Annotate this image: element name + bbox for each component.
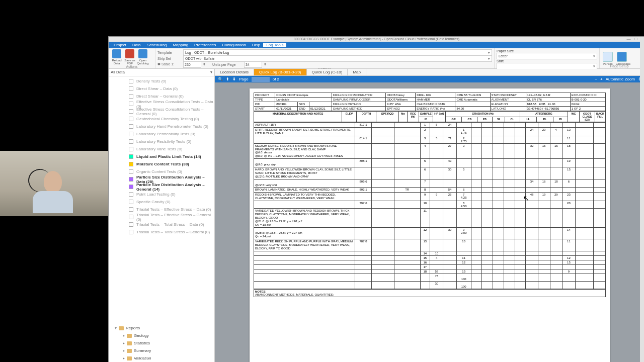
reload-data-button[interactable]: Reload Data bbox=[111, 49, 123, 65]
ribbon-tab[interactable]: Data bbox=[129, 43, 144, 47]
folder-item[interactable]: ▸Geology bbox=[109, 332, 214, 339]
test-tree: Density Tests (0)Direct Shear – Data (0)… bbox=[109, 76, 214, 323]
ribbon-tab[interactable]: Project bbox=[111, 43, 129, 47]
side-panel: All Data Density Tests (0)Direct Shear –… bbox=[109, 69, 215, 362]
min-button[interactable]: — bbox=[626, 37, 630, 42]
ribbon-tab[interactable]: Help bbox=[249, 43, 263, 47]
tree-item[interactable]: Triaxial Tests – Effective Stress – Gene… bbox=[109, 213, 214, 221]
tree-item[interactable]: Laboratory Permeability Tests (0) bbox=[109, 130, 214, 138]
page-down-icon[interactable]: ⬇ bbox=[232, 77, 236, 81]
folder-item[interactable]: ▾Reports bbox=[109, 324, 214, 332]
search-icon[interactable]: 🔍 bbox=[218, 77, 223, 81]
doc-tabs: Location DetailsQuick Log (B-001-0-20)Qu… bbox=[215, 69, 644, 76]
zoom-out-icon[interactable]: − bbox=[595, 77, 597, 81]
units-per-page-input[interactable]: 34 bbox=[244, 61, 262, 68]
tree-item[interactable]: Geotechnical Chemistry Testing (0) bbox=[109, 115, 214, 123]
document-viewport[interactable]: ↖ PROJECTDIGGS ODOT Example DRILLING FIR… bbox=[215, 82, 644, 362]
ribbon: Reload Data Save as PDF Open Quicklog Ac… bbox=[109, 48, 644, 69]
log-header-table: PROJECTDIGGS ODOT Example DRILLING FIRM/… bbox=[254, 93, 606, 111]
stripset-dropdown[interactable]: ODOT with Sulfate bbox=[183, 55, 492, 62]
tree-item[interactable]: Density Tests (0) bbox=[109, 77, 214, 85]
ribbon-tab[interactable]: Log Tools bbox=[263, 43, 286, 47]
tree-item[interactable]: Laboratory Resistivity Tests (0) bbox=[109, 138, 214, 145]
titlebar: 800304: DIGGS ODOT Example [System Admin… bbox=[109, 37, 644, 42]
folder-item[interactable]: ▸Statistics bbox=[109, 339, 214, 347]
log-data-table: ASPHALT (15")817.11524STIFF, REDDISH BRO… bbox=[254, 122, 606, 289]
doc-tab[interactable]: Quick Log (C-10) bbox=[307, 69, 348, 75]
max-button[interactable]: □ bbox=[634, 37, 637, 42]
log-sheet: ↖ PROJECTDIGGS ODOT Example DRILLING FIR… bbox=[250, 88, 610, 362]
ribbon-tab[interactable]: Mapping bbox=[170, 43, 191, 47]
ribbon-tab[interactable]: Preferences bbox=[191, 43, 219, 47]
tree-item[interactable]: Triaxial Tests – Total Stress – Data (0) bbox=[109, 221, 214, 228]
portrait-button[interactable]: Portrait bbox=[602, 52, 614, 65]
tree-item[interactable]: Direct Shear – Data (0) bbox=[109, 85, 214, 93]
landscape-button[interactable]: Landscape bbox=[616, 52, 628, 65]
tree-item[interactable]: Laboratory Vane Tests (0) bbox=[109, 145, 214, 153]
upp-stepper[interactable]: ⇕ bbox=[264, 62, 267, 66]
tree-item[interactable]: Triaxial Tests – Total Stress – General … bbox=[109, 228, 214, 236]
scrollbar[interactable] bbox=[640, 37, 644, 362]
viewer-toolbar: 🔍 ⬆ ⬇ Page of 2 − + Automatic Zoom ⇕ bbox=[215, 76, 644, 82]
zoom-in-icon[interactable]: + bbox=[600, 77, 603, 81]
log-notes: NOTESABANDONMENT METHODS, MATERIALS, QUA… bbox=[254, 289, 606, 297]
main-panel: Location DetailsQuick Log (B-001-0-20)Qu… bbox=[215, 69, 644, 362]
open-quicklog-button[interactable]: Open Quicklog bbox=[137, 49, 149, 65]
page-input[interactable] bbox=[252, 77, 270, 82]
scale-input[interactable]: 230 bbox=[183, 61, 201, 68]
doc-tab[interactable]: Quick Log (B-001-0-20) bbox=[254, 69, 307, 75]
tree-item[interactable]: Point Load Testing (0) bbox=[109, 191, 214, 198]
side-header[interactable]: All Data bbox=[109, 69, 214, 76]
ribbon-tabs: ProjectDataSchedulingMappingPreferencesC… bbox=[109, 42, 644, 48]
ribbon-tab[interactable]: Scheduling bbox=[144, 43, 170, 47]
ribbon-tab[interactable]: Configuration bbox=[219, 43, 249, 47]
save-pdf-button[interactable]: Save as PDF bbox=[124, 49, 136, 65]
report-folders: ▾Reports▸Geology▸Statistics▸Summary▸Vali… bbox=[109, 323, 214, 362]
folder-item[interactable]: ▸Summary bbox=[109, 347, 214, 354]
tree-item[interactable]: Laboratory Hand Penetrometer Tests (0) bbox=[109, 123, 214, 130]
folder-item[interactable]: ▸Validation bbox=[109, 354, 214, 362]
papersize-dropdown[interactable]: Letter bbox=[497, 53, 597, 59]
window-title: 800304: DIGGS ODOT Example [System Admin… bbox=[294, 37, 459, 41]
tree-item[interactable]: Liquid and Plastic Limit Tests (14) bbox=[109, 153, 214, 160]
tree-item[interactable]: Particle Size Distribution Analysis – Ge… bbox=[109, 183, 214, 191]
doc-tab[interactable]: Location Details bbox=[215, 69, 254, 75]
webcam-thumbnail bbox=[0, 151, 108, 216]
doc-tab[interactable]: Map bbox=[348, 69, 366, 75]
scale-stepper[interactable]: ⇕ bbox=[203, 62, 206, 66]
tree-item[interactable]: Moisture Content Tests (38) bbox=[109, 160, 214, 168]
tree-item[interactable]: Effective Stress Consolidation Tests – G… bbox=[109, 108, 214, 115]
app-window: 800304: DIGGS ODOT Example [System Admin… bbox=[108, 36, 644, 362]
tree-item[interactable]: Specific Gravity (0) bbox=[109, 198, 214, 206]
log-column-headers: MATERIAL DESCRIPTION AND NOTES ELEV DEPT… bbox=[254, 111, 606, 122]
page-up-icon[interactable]: ⬆ bbox=[226, 77, 229, 81]
